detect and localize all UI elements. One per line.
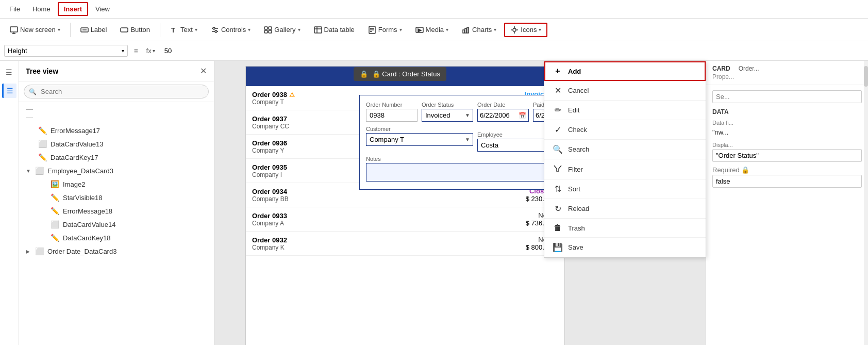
formula-field-selector[interactable]: Height ▾ bbox=[4, 45, 128, 57]
divider-2 bbox=[160, 23, 160, 37]
warning-icon: ⚠ bbox=[289, 91, 295, 98]
required-input[interactable] bbox=[712, 175, 862, 188]
label-button[interactable]: Label bbox=[75, 23, 113, 37]
customer-select-wrap: Company T bbox=[366, 133, 473, 146]
svg-rect-23 bbox=[463, 30, 464, 33]
icon-menu-cancel[interactable]: ✕ Cancel bbox=[544, 81, 706, 101]
data-card-value-icon: ⬜ bbox=[38, 140, 47, 148]
data-field-label: Data fi... bbox=[712, 120, 862, 126]
svg-text:T: T bbox=[171, 26, 175, 34]
list-item[interactable]: ⬜ DataCardValue14 bbox=[19, 218, 214, 231]
list-item[interactable]: ✏️ DataCardKey17 bbox=[19, 151, 214, 164]
data-table-icon bbox=[314, 26, 322, 34]
notes-textarea[interactable] bbox=[366, 163, 565, 182]
order-date-input[interactable] bbox=[478, 109, 516, 121]
right-panel: CARD Order... Prope... + Add ✕ Cancel ✏ … bbox=[706, 61, 868, 345]
menu-view[interactable]: View bbox=[90, 3, 115, 15]
sidebar-icon-layers[interactable]: ☰ bbox=[2, 84, 16, 98]
svg-rect-11 bbox=[264, 27, 268, 29]
table-row[interactable]: Order 0932 Company K New $ 800.00 › bbox=[246, 232, 564, 256]
order-status-select[interactable]: Invoiced bbox=[422, 109, 473, 122]
order-status-select-wrap: Invoiced bbox=[422, 109, 473, 122]
new-screen-caret: ▾ bbox=[58, 27, 60, 32]
tree-view-close-button[interactable]: ✕ bbox=[200, 66, 207, 76]
list-item[interactable]: ✏️ ErrorMessage17 bbox=[19, 124, 214, 137]
notes-label: Notes bbox=[366, 156, 565, 162]
icon-menu-save[interactable]: 💾 Save bbox=[544, 238, 706, 257]
icon-menu-filter[interactable]: Filter bbox=[544, 159, 706, 179]
list-item: — — bbox=[19, 102, 214, 124]
error-message-icon: ✏️ bbox=[38, 126, 47, 135]
media-button[interactable]: Media ▾ bbox=[410, 23, 454, 37]
screen-icon bbox=[10, 26, 18, 34]
icon-menu-add[interactable]: + Add bbox=[544, 61, 706, 81]
charts-button[interactable]: Charts ▾ bbox=[456, 23, 502, 37]
formula-equals: = bbox=[132, 47, 140, 55]
app-canvas: Northwind Orders Order 0938 ⚠ Company T … bbox=[245, 66, 565, 345]
scrollbar-thumb[interactable] bbox=[864, 66, 868, 87]
list-item[interactable]: ✏️ ErrorMessage18 bbox=[19, 204, 214, 218]
customer-select[interactable]: Company T bbox=[366, 133, 473, 146]
order-form-row-1: Order Number Order Status Invoiced Order… bbox=[366, 102, 565, 122]
order-detail-overlay: ✕ ✓ Order Number Order Status Invoiced bbox=[359, 95, 565, 190]
data-table-button[interactable]: Data table bbox=[308, 23, 360, 37]
formula-fx-button[interactable]: fx ▾ bbox=[144, 47, 157, 55]
tree-search-input[interactable] bbox=[24, 85, 209, 98]
menu-insert[interactable]: Insert bbox=[58, 2, 88, 16]
right-panel-header: CARD Order... Prope... bbox=[706, 61, 868, 85]
gallery-button[interactable]: Gallery ▾ bbox=[258, 23, 306, 37]
field-dropdown-caret: ▾ bbox=[122, 48, 124, 54]
fx-caret: ▾ bbox=[153, 48, 155, 54]
properties-label: Prope... bbox=[712, 73, 862, 80]
icon-menu-trash[interactable]: 🗑 Trash bbox=[544, 219, 706, 238]
order-number-input[interactable] bbox=[366, 109, 418, 122]
svg-point-26 bbox=[513, 28, 516, 31]
error-message18-icon: ✏️ bbox=[51, 207, 60, 215]
text-button[interactable]: T Text ▾ bbox=[164, 23, 203, 37]
list-item[interactable]: 🖼️ Image2 bbox=[19, 177, 214, 191]
check-icon: ✓ bbox=[553, 125, 563, 135]
right-panel-scrollbar[interactable] bbox=[864, 61, 868, 345]
tree-view-header: Tree view ✕ bbox=[19, 61, 214, 81]
icon-menu-search[interactable]: 🔍 Search bbox=[544, 140, 706, 159]
separator-icon: — — bbox=[26, 105, 35, 121]
tree-view-panel: Tree view ✕ — — ✏️ ErrorMessage17 ⬜ Data… bbox=[19, 61, 214, 345]
sidebar-icon-hamburger[interactable]: ☰ bbox=[2, 65, 16, 79]
list-item[interactable]: ▶ ⬜ Order Date_DataCard3 bbox=[19, 244, 214, 258]
icons-button[interactable]: Icons ▾ bbox=[504, 23, 547, 37]
list-item[interactable]: ✏️ StarVisible18 bbox=[19, 191, 214, 204]
list-item[interactable]: ⬜ DataCardValue13 bbox=[19, 137, 214, 151]
new-screen-button[interactable]: New screen ▾ bbox=[4, 23, 66, 37]
toolbar: New screen ▾ Label Button T Text ▾ Contr… bbox=[0, 19, 868, 41]
calendar-icon[interactable]: 📅 bbox=[516, 112, 528, 119]
icon-menu-edit[interactable]: ✏ Edit bbox=[544, 101, 706, 120]
icon-menu-reload[interactable]: ↻ Reload bbox=[544, 199, 706, 219]
svg-rect-5 bbox=[121, 28, 128, 32]
button-icon bbox=[120, 26, 128, 34]
button-button[interactable]: Button bbox=[114, 23, 156, 37]
controls-icon bbox=[211, 26, 219, 34]
table-row[interactable]: Order 0933 Company A New $ 736.00 › bbox=[246, 207, 564, 232]
icon-menu-sort[interactable]: ⇅ Sort bbox=[544, 179, 706, 199]
left-sidebar: ☰ ☰ bbox=[0, 61, 19, 345]
formula-value[interactable]: 50 bbox=[161, 46, 175, 56]
cancel-icon: ✕ bbox=[553, 86, 563, 95]
card-section-label: CARD bbox=[712, 65, 730, 72]
controls-button[interactable]: Controls ▾ bbox=[205, 23, 256, 37]
right-panel-content: DATA Data fi... "nw... Displa... Require… bbox=[706, 85, 868, 345]
notes-section: Notes bbox=[366, 156, 565, 183]
svg-rect-25 bbox=[467, 27, 469, 33]
menu-file[interactable]: File bbox=[4, 3, 25, 15]
menu-home[interactable]: Home bbox=[27, 3, 56, 15]
required-lock-icon: 🔒 bbox=[741, 166, 749, 174]
right-panel-search-input[interactable] bbox=[712, 90, 862, 103]
order-date-icon: ⬜ bbox=[35, 247, 44, 255]
forms-button[interactable]: Forms ▾ bbox=[362, 23, 408, 37]
display-mode-input[interactable] bbox=[712, 149, 862, 162]
list-item[interactable]: ✏️ DataCardKey18 bbox=[19, 231, 214, 244]
svg-point-9 bbox=[213, 27, 215, 29]
reload-icon: ↻ bbox=[553, 204, 563, 213]
search-icon-wrap bbox=[24, 85, 209, 98]
list-item[interactable]: ▼ ⬜ Employee_DataCard3 bbox=[19, 164, 214, 177]
icon-menu-check[interactable]: ✓ Check bbox=[544, 120, 706, 140]
